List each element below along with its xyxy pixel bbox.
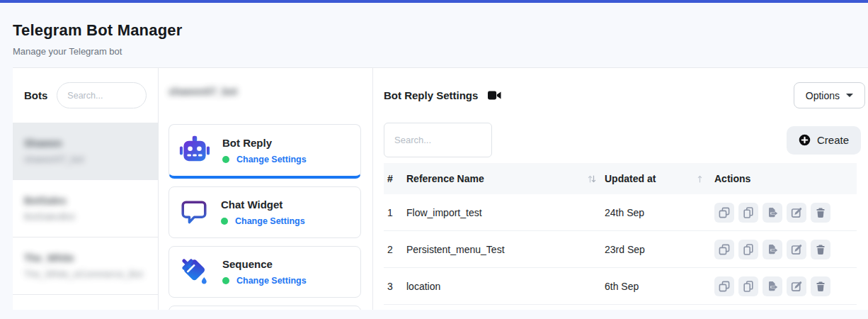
content-area: Bots Shawon shawon07_bot BotSales BotSal… <box>13 67 868 310</box>
reference-name: Flow_import_test <box>406 207 482 218</box>
panel-title: Bot Reply Settings <box>384 89 478 101</box>
delete-icon[interactable] <box>811 203 830 223</box>
video-camera-icon <box>488 90 501 101</box>
updated-at: 23rd Sep <box>605 244 645 255</box>
bot-reply-table: # Reference Name Updated at <box>384 163 857 305</box>
page-header: Telegram Bot Manager Manage your Telegra… <box>0 3 868 57</box>
bot-list-item-partial[interactable] <box>13 295 158 310</box>
card-chat-widget[interactable]: Chat Widget Change Settings <box>169 186 361 238</box>
row-number: 3 <box>384 281 406 292</box>
clone-icon[interactable] <box>714 203 734 223</box>
card-title: Sequence <box>222 258 307 270</box>
edit-icon[interactable] <box>787 203 806 223</box>
export-icon[interactable] <box>763 276 782 296</box>
edit-icon[interactable] <box>787 276 806 296</box>
clone-icon[interactable] <box>714 276 734 296</box>
export-icon[interactable] <box>763 240 782 259</box>
copy-icon[interactable] <box>738 276 758 296</box>
updated-at: 24th Sep <box>605 207 644 218</box>
options-button[interactable]: Options <box>794 82 865 108</box>
delete-icon[interactable] <box>811 276 830 296</box>
table-header-row: # Reference Name Updated at <box>384 163 857 194</box>
bots-search-input[interactable] <box>57 82 147 108</box>
updated-at: 6th Sep <box>605 281 639 292</box>
row-number: 1 <box>384 207 406 218</box>
change-settings-link[interactable]: Change Settings <box>235 216 305 226</box>
selected-bot-name: shawon07_bot <box>169 85 361 99</box>
bot-list-item[interactable]: The_White The_White_eCommerce_Bot <box>13 237 158 295</box>
robot-icon <box>179 135 210 166</box>
bot-name: Shawon <box>24 137 147 150</box>
page-subtitle: Manage your Telegram bot <box>13 46 855 57</box>
sidebar-header: Bots <box>13 68 158 123</box>
card-sequence[interactable]: Sequence Change Settings <box>169 246 361 298</box>
sort-arrows-icon[interactable] <box>697 174 706 184</box>
column-header-updated-at: Updated at <box>605 173 656 184</box>
bot-username: shawon07_bot <box>24 154 147 165</box>
bot-list-item[interactable]: Shawon shawon07_bot <box>13 123 158 180</box>
status-dot <box>222 156 229 163</box>
bot-name: The_White <box>24 252 147 264</box>
create-button-label: Create <box>817 134 849 146</box>
bot-name: BotSales <box>24 194 147 207</box>
bot-list-item[interactable]: BotSales BotSalesBot <box>13 180 158 237</box>
copy-icon[interactable] <box>738 203 758 223</box>
table-row: 3 location 6th Sep <box>384 268 857 305</box>
status-dot <box>222 277 229 284</box>
plus-circle-icon <box>799 134 811 146</box>
reference-name: Persistent_menu_Test <box>406 244 505 255</box>
bot-reply-settings-panel: Bot Reply Settings Options <box>373 68 868 310</box>
bot-username: The_White_eCommerce_Bot <box>24 269 147 280</box>
table-search-input[interactable] <box>384 123 492 157</box>
column-header-actions: Actions <box>714 173 750 184</box>
bot-username: BotSalesBot <box>24 211 147 223</box>
tool-cards: Bot Reply Change Settings Chat Widget <box>169 124 361 310</box>
column-header-num: # <box>384 173 406 184</box>
export-icon[interactable] <box>763 203 782 223</box>
change-settings-link[interactable]: Change Settings <box>236 276 307 286</box>
chat-bubble-icon <box>179 198 209 228</box>
reference-name: location <box>406 281 440 292</box>
card-title: Chat Widget <box>221 198 305 211</box>
table-row: 2 Persistent_menu_Test 23rd Sep <box>384 231 857 268</box>
sidebar-heading: Bots <box>24 89 47 101</box>
card-bot-reply[interactable]: Bot Reply Change Settings <box>169 124 361 179</box>
card-partial[interactable] <box>169 306 361 310</box>
row-number: 2 <box>384 244 406 255</box>
create-button[interactable]: Create <box>787 126 861 155</box>
change-settings-link[interactable]: Change Settings <box>236 155 307 164</box>
bot-tools-column: shawon07_bot <box>159 68 373 310</box>
status-dot <box>221 218 228 225</box>
delete-icon[interactable] <box>811 240 830 259</box>
paint-bucket-icon <box>179 257 210 288</box>
bots-sidebar: Bots Shawon shawon07_bot BotSales BotSal… <box>13 68 159 310</box>
options-button-label: Options <box>806 90 840 101</box>
card-title: Bot Reply <box>222 137 307 149</box>
copy-icon[interactable] <box>738 240 758 259</box>
page-title: Telegram Bot Manager <box>13 21 855 40</box>
sort-arrows-icon[interactable] <box>588 174 596 184</box>
edit-icon[interactable] <box>787 240 806 259</box>
clone-icon[interactable] <box>714 240 734 259</box>
column-header-reference-name: Reference Name <box>406 173 484 184</box>
table-row: 1 Flow_import_test 24th Sep <box>384 194 857 231</box>
chevron-down-icon <box>846 94 853 97</box>
